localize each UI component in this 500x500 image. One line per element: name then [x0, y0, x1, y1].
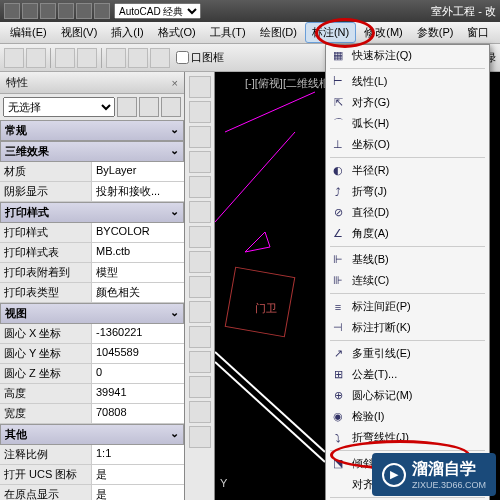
polyline-icon[interactable]: [189, 101, 211, 123]
category-header[interactable]: 三维效果⌄: [0, 141, 184, 162]
menu-item[interactable]: ⌒弧长(H): [326, 113, 489, 134]
qat-new-icon[interactable]: [4, 3, 20, 19]
frame-checkbox-input[interactable]: [176, 51, 189, 64]
quick-select-icon[interactable]: [117, 97, 137, 117]
selection-dropdown[interactable]: 无选择: [3, 97, 115, 117]
menu-item-label: 检验(I): [352, 409, 384, 424]
menu-item[interactable]: 编辑(E): [4, 23, 53, 42]
menu-item[interactable]: 参数(P): [411, 23, 460, 42]
workspace-selector[interactable]: AutoCAD 经典: [114, 3, 201, 19]
revision-cloud-icon[interactable]: [189, 376, 211, 398]
menu-item[interactable]: ↗多重引线(E): [326, 343, 489, 364]
property-value[interactable]: 模型: [92, 263, 184, 282]
property-value[interactable]: 0: [92, 364, 184, 383]
menu-item[interactable]: ⊪连续(C): [326, 270, 489, 291]
text-icon[interactable]: [189, 251, 211, 273]
menu-item[interactable]: ⤵折弯线性(J): [326, 427, 489, 448]
circle-icon[interactable]: [189, 126, 211, 148]
ellipse-icon[interactable]: [189, 201, 211, 223]
menu-item[interactable]: ⊘直径(D): [326, 202, 489, 223]
property-key: 在原点显示 UCS...: [0, 485, 92, 500]
arc-icon[interactable]: [189, 151, 211, 173]
property-key: 注释比例: [0, 445, 92, 464]
property-value[interactable]: MB.ctb: [92, 243, 184, 262]
property-value[interactable]: -1360221: [92, 324, 184, 343]
toolbar-icon[interactable]: [55, 48, 75, 68]
menu-item[interactable]: ⇱对齐(G): [326, 92, 489, 113]
menu-item[interactable]: 修改(M): [358, 23, 409, 42]
region-icon[interactable]: [189, 326, 211, 348]
property-value[interactable]: BYCOLOR: [92, 223, 184, 242]
category-header[interactable]: 常规⌄: [0, 120, 184, 141]
property-value[interactable]: 1:1: [92, 445, 184, 464]
property-value[interactable]: 是: [92, 465, 184, 484]
menu-item[interactable]: 标注(N): [305, 22, 356, 43]
construction-line-icon[interactable]: [189, 426, 211, 448]
property-value[interactable]: 1045589: [92, 344, 184, 363]
menu-item[interactable]: 绘图(D): [254, 23, 303, 42]
menu-item[interactable]: ▦快速标注(Q): [326, 45, 489, 66]
menu-item[interactable]: ⊩基线(B): [326, 249, 489, 270]
category-header[interactable]: 打印样式⌄: [0, 202, 184, 223]
svg-line-4: [215, 362, 325, 462]
menu-item[interactable]: ⊣标注打断(K): [326, 317, 489, 338]
play-icon: ▶: [382, 463, 406, 487]
point-icon[interactable]: [189, 301, 211, 323]
property-value[interactable]: 39941: [92, 384, 184, 403]
toolbar-icon[interactable]: [26, 48, 46, 68]
svg-marker-2: [245, 232, 270, 252]
menu-item[interactable]: ⊞公差(T)...: [326, 364, 489, 385]
qat-undo-icon[interactable]: [58, 3, 74, 19]
close-icon[interactable]: ×: [172, 77, 178, 89]
qat-save-icon[interactable]: [40, 3, 56, 19]
table-icon[interactable]: [189, 351, 211, 373]
menu-item[interactable]: 格式(O): [152, 23, 202, 42]
project-title: 室外工程 - 改: [431, 4, 496, 19]
menu-item[interactable]: ◐半径(R): [326, 160, 489, 181]
frame-checkbox[interactable]: 口图框: [172, 50, 228, 65]
menu-item[interactable]: 工具(T): [204, 23, 252, 42]
category-header[interactable]: 其他⌄: [0, 424, 184, 445]
menu-item[interactable]: 视图(V): [55, 23, 104, 42]
toolbar-icon[interactable]: [128, 48, 148, 68]
toolbar-icon[interactable]: [77, 48, 97, 68]
toolbar-icon[interactable]: [150, 48, 170, 68]
property-row: 圆心 Y 坐标1045589: [0, 344, 184, 364]
quick-access-toolbar: [4, 3, 110, 19]
property-row: 注释比例1:1: [0, 445, 184, 465]
menu-item[interactable]: 窗口: [461, 23, 495, 42]
menu-item[interactable]: 插入(I): [105, 23, 149, 42]
category-header[interactable]: 视图⌄: [0, 303, 184, 324]
dimension-menu-dropdown: ▦快速标注(Q)⊢线性(L)⇱对齐(G)⌒弧长(H)⊥坐标(O)◐半径(R)⤴折…: [325, 44, 490, 500]
hatch-icon[interactable]: [189, 226, 211, 248]
toolbar-icon[interactable]: [4, 48, 24, 68]
property-value[interactable]: 颜色相关: [92, 283, 184, 302]
qat-open-icon[interactable]: [22, 3, 38, 19]
menu-item[interactable]: ∠角度(A): [326, 223, 489, 244]
qat-redo-icon[interactable]: [76, 3, 92, 19]
menu-item-icon: ◉: [330, 409, 346, 425]
property-value[interactable]: 是: [92, 485, 184, 500]
svg-line-0: [225, 92, 315, 132]
menu-item[interactable]: ⊥坐标(O): [326, 134, 489, 155]
spline-icon[interactable]: [189, 401, 211, 423]
menu-item[interactable]: ◉检验(I): [326, 406, 489, 427]
property-value[interactable]: 投射和接收...: [92, 182, 184, 201]
line-icon[interactable]: [189, 76, 211, 98]
property-value[interactable]: ByLayer: [92, 162, 184, 181]
menu-item[interactable]: ⊕圆心标记(M): [326, 385, 489, 406]
toolbar-icon[interactable]: [106, 48, 126, 68]
qat-print-icon[interactable]: [94, 3, 110, 19]
menu-item[interactable]: ⤴折弯(J): [326, 181, 489, 202]
menu-item-icon: ◐: [330, 163, 346, 179]
block-icon[interactable]: [189, 276, 211, 298]
menu-item-icon: ⇱: [330, 95, 346, 111]
menu-item[interactable]: ≡标注间距(P): [326, 296, 489, 317]
toggle-pickfirst-icon[interactable]: [161, 97, 181, 117]
menu-item-icon: ⌒: [330, 116, 346, 132]
property-key: 圆心 Z 坐标: [0, 364, 92, 383]
rectangle-icon[interactable]: [189, 176, 211, 198]
menu-item[interactable]: ⊢线性(L): [326, 71, 489, 92]
property-value[interactable]: 70808: [92, 404, 184, 423]
select-objects-icon[interactable]: [139, 97, 159, 117]
